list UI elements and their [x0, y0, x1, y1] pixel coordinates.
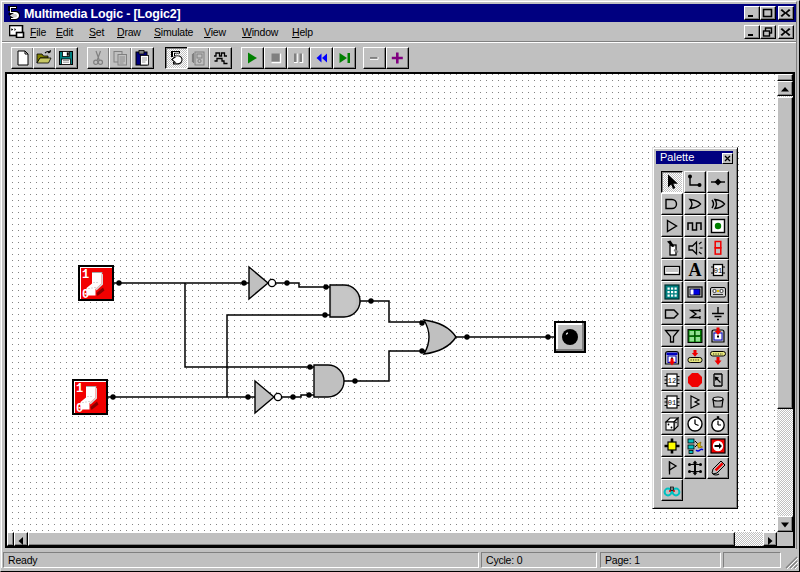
svg-text:01: 01 — [714, 267, 722, 275]
svg-text:1: 1 — [82, 268, 89, 282]
svg-text:12: 12 — [668, 377, 676, 385]
svg-text:1: 1 — [76, 382, 83, 396]
svg-text:01: 01 — [668, 399, 676, 407]
svg-text:A: A — [689, 260, 702, 280]
